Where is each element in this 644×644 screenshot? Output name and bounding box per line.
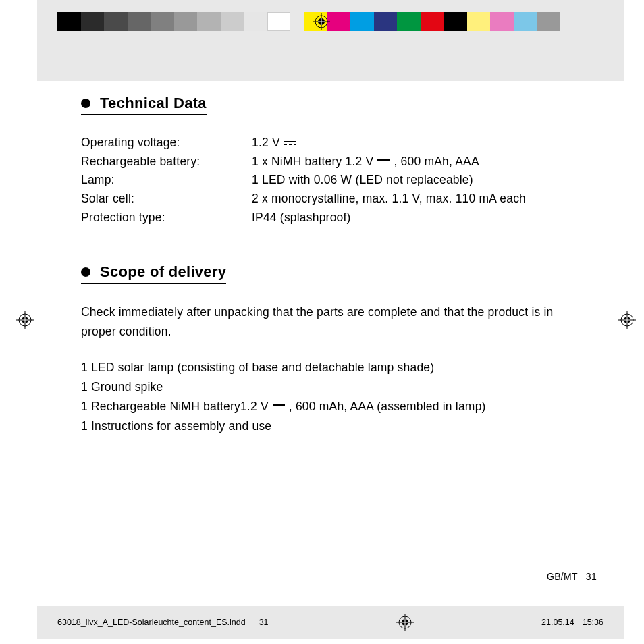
color-swatch xyxy=(421,12,444,31)
registration-mark-icon xyxy=(396,614,414,631)
footer-filename: 63018_livx_A_LED-Solarleuchte_content_ES… xyxy=(57,618,246,627)
page-lang: GB/MT xyxy=(547,571,578,582)
color-swatch xyxy=(244,12,267,31)
list-item: 1 LED solar lamp (consisting of base and… xyxy=(81,358,576,377)
crop-mark xyxy=(0,41,30,41)
dc-voltage-icon xyxy=(273,404,285,408)
tech-row: Lamp:1 LED with 0.06 W (LED not replacea… xyxy=(81,171,576,190)
color-swatch xyxy=(444,12,467,31)
footer-time: 15:36 xyxy=(583,618,603,627)
color-swatch xyxy=(197,12,221,31)
tech-row: Solar cell:2 x monocrystalline, max. 1.1… xyxy=(81,190,576,209)
heading-text: Scope of delivery xyxy=(100,263,226,281)
registration-mark-icon xyxy=(618,311,636,329)
section-heading-technical-data: Technical Data xyxy=(81,95,207,115)
technical-data-table: Operating voltage:1.2 VRechargeable batt… xyxy=(81,134,576,227)
page-num: 31 xyxy=(586,571,597,582)
color-swatch xyxy=(350,12,374,31)
footer-filepage: 31 xyxy=(259,618,269,627)
tech-value: 1.2 V xyxy=(252,134,576,153)
list-item: 1 Instructions for assembly and use xyxy=(81,417,576,436)
color-swatch xyxy=(290,12,304,31)
color-swatch xyxy=(490,12,514,31)
tech-value: 1 x NiMH battery 1.2 V, 600 mAh, AAA xyxy=(252,153,576,171)
page: Technical Data Operating voltage:1.2 VRe… xyxy=(0,0,644,644)
color-swatch xyxy=(81,12,105,31)
heading-text: Technical Data xyxy=(100,95,207,112)
list-item: 1 Rechargeable NiMH battery1.2 V, 600 mA… xyxy=(81,397,576,417)
content-area: Technical Data Operating voltage:1.2 VRe… xyxy=(81,95,576,435)
registration-mark-icon xyxy=(313,13,330,30)
tech-label: Operating voltage: xyxy=(81,134,252,153)
bullet-icon xyxy=(81,267,90,277)
color-swatch xyxy=(104,12,128,31)
tech-label: Lamp: xyxy=(81,171,252,190)
color-swatch xyxy=(174,12,198,31)
page-number: GB/MT 31 xyxy=(547,571,597,582)
tech-value: IP44 (splashproof) xyxy=(252,209,576,227)
list-item: 1 Ground spike xyxy=(81,377,576,397)
color-swatch xyxy=(514,12,537,31)
color-swatch xyxy=(128,12,151,31)
dc-voltage-icon xyxy=(377,159,390,163)
color-calibration-bar xyxy=(57,12,560,31)
scope-list: 1 LED solar lamp (consisting of base and… xyxy=(81,358,576,436)
scope-paragraph: Check immediately after unpacking that t… xyxy=(81,302,576,342)
dc-voltage-icon xyxy=(284,141,296,145)
color-swatch xyxy=(374,12,398,31)
registration-mark-icon xyxy=(16,311,34,329)
color-swatch xyxy=(151,12,174,31)
color-swatch xyxy=(57,12,81,31)
tech-label: Protection type: xyxy=(81,209,252,227)
color-swatch xyxy=(327,12,351,31)
tech-value: 2 x monocrystalline, max. 1.1 V, max. 11… xyxy=(252,190,576,209)
tech-row: Rechargeable battery:1 x NiMH battery 1.… xyxy=(81,153,576,171)
color-swatch xyxy=(221,12,244,31)
section-heading-scope: Scope of delivery xyxy=(81,263,226,284)
color-swatch xyxy=(537,12,560,31)
tech-value: 1 LED with 0.06 W (LED not replaceable) xyxy=(252,171,576,190)
color-swatch xyxy=(397,12,421,31)
color-swatch xyxy=(267,12,291,31)
bullet-icon xyxy=(81,99,90,108)
tech-label: Rechargeable battery: xyxy=(81,153,252,171)
footer-date: 21.05.14 xyxy=(541,618,574,627)
tech-row: Operating voltage:1.2 V xyxy=(81,134,576,153)
tech-row: Protection type:IP44 (splashproof) xyxy=(81,209,576,227)
tech-label: Solar cell: xyxy=(81,190,252,209)
color-swatch xyxy=(467,12,491,31)
footer-bar: 63018_livx_A_LED-Solarleuchte_content_ES… xyxy=(37,606,624,639)
